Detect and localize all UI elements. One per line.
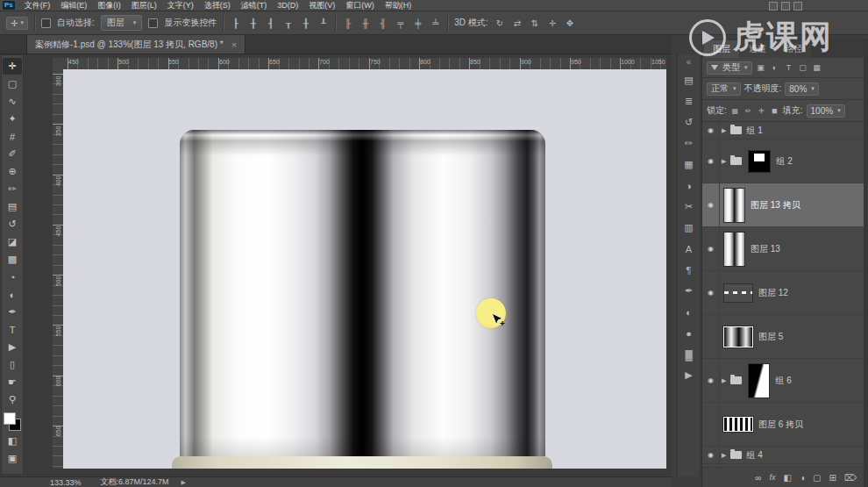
status-arrow-icon[interactable]: ▶: [181, 479, 186, 486]
menu-image[interactable]: 图像(I): [92, 0, 126, 11]
3d-drag-icon[interactable]: ⇅: [530, 18, 541, 28]
character-panel-icon[interactable]: A: [680, 241, 698, 256]
clone-stamp-tool[interactable]: ▤: [3, 198, 22, 215]
visibility-toggle[interactable]: ◉: [702, 183, 720, 226]
3d-rotate-icon[interactable]: ↻: [494, 18, 506, 28]
visibility-toggle[interactable]: ◉: [702, 447, 720, 463]
paragraph-panel-icon[interactable]: ¶: [680, 262, 698, 277]
lock-all-icon[interactable]: ◼: [770, 107, 779, 115]
channels-panel-icon[interactable]: ◐: [680, 304, 698, 319]
align-hcenter-icon[interactable]: ╂: [247, 18, 259, 28]
new-layer-icon[interactable]: ⊞: [829, 473, 836, 483]
quick-selection-tool[interactable]: ✦: [3, 111, 22, 127]
layer-thumbnail[interactable]: [723, 417, 753, 432]
layer-thumbnail[interactable]: [723, 326, 753, 347]
visibility-toggle[interactable]: ◉: [702, 359, 720, 402]
tab-paths[interactable]: 路径: [776, 40, 811, 58]
visibility-toggle[interactable]: ◉: [702, 140, 720, 183]
distribute-left-icon[interactable]: ╟: [342, 18, 353, 28]
opacity-input[interactable]: 80% ▾: [785, 82, 819, 96]
eyedropper-tool[interactable]: ✐: [3, 146, 22, 162]
align-top-icon[interactable]: ┰: [282, 18, 294, 28]
menu-edit[interactable]: 编辑(E): [55, 0, 92, 11]
info-panel-icon[interactable]: ●: [680, 326, 698, 340]
3d-roll-icon[interactable]: ⇄: [512, 18, 523, 28]
distribute-vcenter-icon[interactable]: ╪: [412, 18, 423, 28]
align-right-icon[interactable]: ┨: [265, 18, 276, 28]
layer-thumbnail[interactable]: [723, 188, 745, 223]
workspace-icon[interactable]: [769, 2, 778, 11]
layer-thumbnail[interactable]: [723, 283, 753, 303]
brush-panel-icon[interactable]: ✏: [680, 136, 698, 151]
color-panel-icon[interactable]: ▤: [680, 73, 698, 88]
document-tab[interactable]: 案例精修-1.psd @ 133%(图层 13 拷贝, RGB/8) * ×: [26, 35, 245, 54]
filter-type-layers-icon[interactable]: T: [784, 63, 794, 72]
blend-mode-dropdown[interactable]: 正常 ▾: [707, 82, 741, 96]
delete-layer-icon[interactable]: ⌦: [844, 473, 857, 483]
lock-pixels-icon[interactable]: ✏: [743, 107, 753, 115]
screen-mode-button[interactable]: ▣: [3, 450, 22, 467]
path-select-tool[interactable]: ▶: [3, 339, 22, 355]
move-tool[interactable]: ✛: [3, 58, 22, 75]
distribute-bottom-icon[interactable]: ╧: [430, 18, 441, 28]
close-icon[interactable]: ×: [231, 39, 237, 50]
menu-view[interactable]: 视图(V): [303, 0, 340, 11]
pen-tool[interactable]: ✒: [3, 304, 22, 320]
dodge-tool[interactable]: ◐: [3, 286, 22, 303]
quick-mask-button[interactable]: ◧: [3, 433, 22, 449]
menu-file[interactable]: 文件(F): [19, 0, 56, 11]
layer-row[interactable]: ◉ 图层 12: [702, 271, 864, 315]
layer-row[interactable]: 图层 6 拷贝: [702, 403, 864, 447]
layer-mask-thumbnail[interactable]: [748, 363, 770, 398]
expand-caret-icon[interactable]: ▶: [722, 452, 726, 459]
menu-help[interactable]: 帮助(H): [380, 0, 417, 11]
menu-window[interactable]: 窗口(W): [340, 0, 380, 11]
tab-layers[interactable]: 图层: [704, 40, 739, 58]
foreground-color-swatch[interactable]: [4, 412, 16, 425]
gradient-tool[interactable]: ▩: [3, 251, 22, 268]
color-swatches[interactable]: [3, 412, 22, 432]
expand-caret-icon[interactable]: ▶: [722, 158, 726, 165]
layer-group-icon[interactable]: ▢: [813, 473, 821, 483]
visibility-toggle[interactable]: [702, 403, 720, 446]
lasso-tool[interactable]: ∿: [3, 93, 22, 110]
layer-row-selected[interactable]: ◉ 图层 13 拷贝: [702, 183, 864, 227]
distribute-hcenter-icon[interactable]: ╫: [359, 18, 371, 28]
visibility-toggle[interactable]: ◉: [702, 227, 720, 270]
auto-select-checkbox[interactable]: [41, 18, 51, 28]
layer-row[interactable]: ◉ 图层 13: [702, 227, 864, 271]
layer-row[interactable]: ◉ ▶ 组 1: [702, 122, 864, 140]
layer-mask-thumbnail[interactable]: [748, 150, 771, 173]
adjustments-panel-icon[interactable]: ◑: [680, 178, 698, 193]
filter-type-dropdown[interactable]: 类型 ▾: [707, 61, 752, 75]
clone-source-panel-icon[interactable]: ✂: [680, 199, 698, 214]
timeline-panel-icon[interactable]: ▶: [680, 368, 698, 383]
history-brush-tool[interactable]: ↺: [3, 216, 22, 233]
auto-select-target-dropdown[interactable]: 图层 ▾: [101, 15, 143, 31]
filter-pixel-layers-icon[interactable]: ▣: [756, 63, 766, 72]
layer-style-icon[interactable]: fx: [770, 473, 776, 482]
layer-mask-icon[interactable]: ◧: [784, 473, 792, 483]
filter-adjustment-layers-icon[interactable]: ◐: [770, 63, 780, 72]
tab-channels[interactable]: 通道: [740, 40, 775, 58]
visibility-toggle[interactable]: [702, 315, 720, 358]
filter-smart-objects-icon[interactable]: ▦: [812, 63, 822, 72]
menu-select[interactable]: 选择(S): [199, 0, 236, 11]
3d-slide-icon[interactable]: ✛: [547, 18, 559, 28]
show-transform-checkbox[interactable]: [148, 18, 158, 28]
menu-type[interactable]: 文字(Y): [162, 0, 199, 11]
workspace-icon[interactable]: [793, 2, 802, 11]
align-left-icon[interactable]: ┠: [230, 18, 241, 28]
lock-transparency-icon[interactable]: ▦: [730, 107, 740, 115]
healing-brush-tool[interactable]: ⊕: [3, 163, 22, 180]
swatches-panel-icon[interactable]: ▦: [680, 157, 698, 172]
type-tool[interactable]: T: [3, 321, 22, 338]
hand-tool[interactable]: ☛: [3, 374, 22, 390]
expand-caret-icon[interactable]: ▶: [722, 377, 726, 384]
adjustment-layer-icon[interactable]: ◑: [800, 473, 805, 483]
eraser-tool[interactable]: ◪: [3, 233, 22, 250]
brush-tool[interactable]: ✏: [3, 181, 22, 197]
marquee-tool[interactable]: ▢: [3, 75, 22, 92]
menu-filter[interactable]: 滤镜(T): [236, 0, 273, 11]
align-vcenter-icon[interactable]: ╂: [300, 18, 311, 28]
